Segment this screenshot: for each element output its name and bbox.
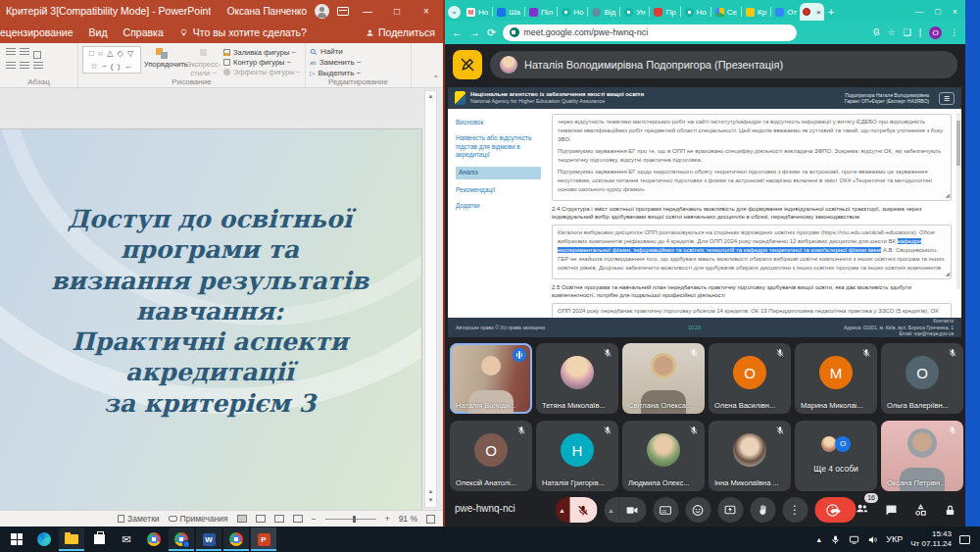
people-button[interactable]: 16 — [855, 501, 869, 520]
ribbon-display-options-icon[interactable] — [337, 7, 349, 16]
translate-icon[interactable]: Ꮆ — [873, 27, 879, 38]
find-button[interactable]: Найти — [310, 46, 407, 57]
browser-minimize-button[interactable]: — — [914, 7, 923, 17]
taskbar-file-explorer[interactable] — [59, 527, 84, 551]
activities-icon[interactable] — [913, 503, 928, 518]
participant-tile[interactable]: О Ольга Валеріївн... — [881, 343, 963, 414]
tab-review[interactable]: ецензирование — [0, 26, 74, 38]
bookmark-star-icon[interactable]: ☆ — [888, 27, 896, 37]
shapes-gallery[interactable]: □ ○ △ ◇ ▽ ☆ ~ ( ) ↔ — [82, 46, 141, 74]
tab-help[interactable]: Справка — [123, 26, 164, 38]
presenting-indicator-button[interactable] — [453, 50, 482, 79]
tab-search-icon[interactable]: ⌄ — [448, 6, 461, 19]
taskbar-powerpoint[interactable]: P — [251, 527, 276, 551]
zoom-slider[interactable] — [325, 519, 376, 520]
speaker-icon[interactable] — [867, 534, 878, 545]
slide-scrollbar[interactable]: ▲ ▲▼ — [424, 90, 437, 508]
browser-tab[interactable]: Но — [682, 3, 710, 21]
doc-nav-appendix[interactable]: Додатки — [456, 202, 541, 211]
participant-tile[interactable]: Оксана Петрівн... — [881, 421, 963, 491]
browser-tab[interactable]: Се — [712, 3, 740, 21]
shape-effects-button[interactable]: Эффекты фигуры ~ — [223, 68, 301, 76]
taskbar-chrome-2[interactable] — [223, 527, 249, 551]
mic-button[interactable]: ▲ — [555, 497, 597, 523]
tab-view[interactable]: Вид — [89, 26, 108, 38]
participant-tile[interactable]: Світлана Олекса... — [622, 343, 705, 414]
browser-tab[interactable]: Кр — [743, 3, 769, 21]
tab-close-icon[interactable]: × — [816, 8, 821, 17]
doc-textarea[interactable]: Каталоги вибіркових дисциплін ОПП розташ… — [552, 225, 952, 279]
share-button[interactable]: Поделиться — [366, 26, 435, 38]
slide[interactable]: Доступ до освітньої програми та визнання… — [0, 129, 421, 510]
taskbar-chrome-profile[interactable] — [169, 527, 194, 551]
browser-tab[interactable]: Ша — [494, 3, 523, 21]
chat-icon[interactable] — [884, 503, 899, 518]
ppt-account-avatar[interactable] — [315, 4, 329, 19]
shape-outline-button[interactable]: Контур фигуры ~ — [223, 58, 301, 67]
prev-next-slide-buttons[interactable]: ▲▼ — [425, 487, 436, 505]
presenter-banner[interactable]: Наталія Володимирівна Подопригора (Презе… — [490, 51, 957, 78]
raise-hand-button[interactable] — [750, 497, 775, 523]
address-bar[interactable]: meet.google.com/pwe-hwnq-nci — [503, 25, 797, 41]
footer-link[interactable]: 10.23 — [545, 325, 844, 330]
quick-styles-button[interactable]: Экспресс-стили ~ — [186, 46, 220, 75]
participant-tile[interactable]: Інна Миколаївна ... — [709, 421, 791, 491]
host-controls-icon[interactable] — [943, 503, 957, 518]
reactions-button[interactable] — [685, 497, 710, 523]
slideshow-icon[interactable] — [293, 515, 303, 523]
taskbar-clock[interactable]: 15:43 Чт 07.11.24 — [910, 529, 952, 548]
browser-menu-icon[interactable]: ⋮ — [950, 27, 958, 37]
new-tab-icon[interactable]: + — [828, 6, 834, 18]
browser-maximize-button[interactable]: □ — [935, 7, 940, 17]
participant-tile[interactable]: О Олена Василівн... — [709, 343, 791, 414]
tell-me-box[interactable]: Что вы хотите сделать? — [179, 26, 307, 38]
browser-tab[interactable]: Піл — [526, 3, 556, 21]
shape-fill-button[interactable]: Заливка фигуры ~ — [223, 48, 301, 57]
browser-tab[interactable]: Ун — [621, 3, 648, 21]
doc-nav-grounds[interactable]: Наявність або відсутність підстав для ві… — [456, 134, 541, 160]
meeting-details-icon[interactable] — [825, 503, 840, 518]
fit-slide-icon[interactable] — [426, 515, 435, 524]
taskbar-store[interactable] — [86, 527, 112, 551]
captions-button[interactable]: cc — [653, 497, 678, 523]
participant-tile[interactable]: Тетяна Миколаїв... — [536, 343, 618, 414]
collapse-ribbon-icon[interactable]: ⌃ — [432, 75, 439, 83]
taskbar-chrome[interactable] — [141, 527, 167, 551]
normal-view-icon[interactable] — [237, 515, 247, 523]
start-button[interactable] — [4, 527, 29, 551]
more-options-button[interactable]: ⋮ — [782, 497, 808, 523]
action-center-icon[interactable] — [959, 535, 970, 544]
participant-tile[interactable]: Наталія Володи... — [450, 343, 532, 414]
taskbar-edge[interactable] — [31, 527, 57, 551]
camera-options-chevron-icon[interactable]: ▲ — [604, 497, 618, 523]
reload-icon[interactable]: ⟳ — [487, 26, 496, 39]
active-tab-meet[interactable]: × — [800, 3, 824, 21]
overflow-participants-tile[interactable]: О Ще 4 особи — [795, 421, 877, 491]
participant-tile[interactable]: М Марина Миколаі... — [795, 343, 877, 414]
participant-tile[interactable]: Н Наталія Григорів... — [536, 421, 618, 491]
ppt-close-button[interactable]: × — [416, 6, 437, 17]
participant-tile[interactable]: О Олексій Анатолі... — [450, 421, 532, 491]
browser-tab[interactable]: Пр — [651, 3, 678, 21]
browser-tab[interactable]: MНо — [464, 3, 491, 21]
mic-options-chevron-icon[interactable]: ▲ — [555, 497, 569, 523]
forward-icon[interactable]: → — [469, 26, 480, 38]
doc-nav-conclusion[interactable]: Висновок — [456, 119, 541, 127]
ppt-maximize-button[interactable]: □ — [386, 6, 408, 17]
back-icon[interactable]: ← — [452, 26, 463, 38]
camera-button[interactable]: ▲ — [604, 497, 646, 523]
resize-handle-icon[interactable]: ◢ — [945, 270, 950, 278]
zoom-level[interactable]: 91 % — [399, 514, 417, 524]
reading-view-icon[interactable] — [274, 515, 284, 523]
notes-button[interactable]: Заметки — [118, 514, 160, 524]
browser-tab[interactable]: Но — [559, 3, 586, 21]
comments-button[interactable]: Примечания — [169, 514, 228, 524]
ppt-minimize-button[interactable]: — — [357, 6, 378, 17]
slide-sorter-icon[interactable] — [256, 515, 266, 523]
extensions-icon[interactable]: ❑ — [904, 27, 911, 37]
scroll-up-icon[interactable]: ▲ — [425, 93, 436, 99]
participant-tile[interactable]: Людмила Олекс... — [622, 421, 705, 491]
arrange-button[interactable]: Упорядочить — [144, 46, 183, 75]
contacts-email[interactable]: Email: sqe@naqa.gov.ua — [844, 330, 954, 337]
network-icon[interactable] — [849, 534, 859, 545]
